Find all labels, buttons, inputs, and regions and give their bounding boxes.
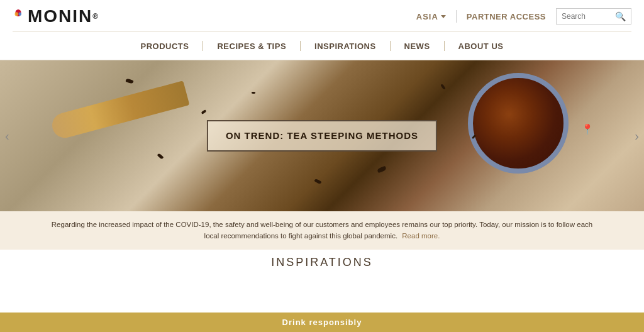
- notice-read-more-link[interactable]: Read more.: [402, 232, 440, 240]
- wooden-spoon-image: [50, 80, 190, 141]
- hero-banner: ‹ › 📍 ON TREND: TEA STEEPING METHODS: [0, 60, 644, 211]
- nav-item-recipes[interactable]: RECIPES & TIPS: [203, 42, 300, 51]
- header-right: ASIA PARTNER ACCESS 🔍: [416, 8, 631, 25]
- svg-point-1: [15, 12, 19, 16]
- hero-arrow-left[interactable]: ‹: [5, 129, 9, 143]
- logo-text: MONIN: [28, 6, 92, 26]
- footer-bar: Drink responsibly: [0, 313, 644, 332]
- search-input[interactable]: [562, 12, 615, 21]
- hero-title-box: ON TREND: TEA STEEPING METHODS: [207, 120, 437, 152]
- partner-access-link[interactable]: PARTNER ACCESS: [467, 12, 546, 21]
- nav-item-news[interactable]: NEWS: [391, 42, 444, 51]
- hero-arrow-right[interactable]: ›: [635, 129, 639, 143]
- notice-bar: Regarding the increased impact of the CO…: [0, 211, 644, 250]
- hero-title-text: ON TREND: TEA STEEPING METHODS: [226, 130, 418, 141]
- nav-item-inspirations[interactable]: INSPIRATIONS: [301, 42, 390, 51]
- inspirations-title: INSPIRATIONS: [0, 256, 644, 269]
- chevron-down-icon: [441, 15, 446, 18]
- footer-text: Drink responsibly: [282, 318, 362, 327]
- header: MONIN® ASIA PARTNER ACCESS 🔍 PRODUCTS RE: [0, 0, 644, 60]
- monin-logo-icon: [13, 9, 24, 23]
- logo-trademark: ®: [92, 12, 99, 21]
- hero-pin-icon: 📍: [581, 123, 594, 135]
- svg-point-2: [18, 13, 21, 16]
- logo[interactable]: MONIN®: [13, 6, 99, 26]
- search-icon[interactable]: 🔍: [615, 11, 626, 21]
- notice-text: Regarding the increased impact of the CO…: [52, 221, 592, 240]
- header-divider: [456, 10, 457, 23]
- region-label: ASIA: [416, 12, 438, 21]
- search-box: 🔍: [556, 8, 631, 25]
- region-selector[interactable]: ASIA: [416, 12, 446, 21]
- main-nav: PRODUCTS RECIPES & TIPS INSPIRATIONS NEW…: [13, 32, 631, 60]
- inspirations-section: INSPIRATIONS: [0, 250, 644, 269]
- nav-item-about[interactable]: ABOUT US: [445, 42, 518, 51]
- nav-item-products[interactable]: PRODUCTS: [127, 42, 203, 51]
- tea-cup-image: [468, 73, 569, 174]
